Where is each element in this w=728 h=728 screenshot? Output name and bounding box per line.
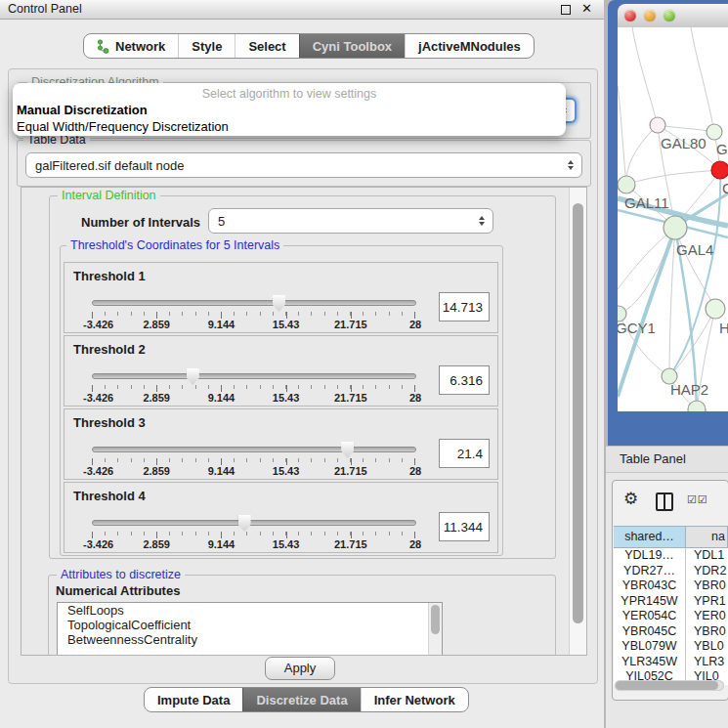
threshold-4-slider-thumb[interactable] [238,515,251,532]
node-gal11 [618,176,635,193]
threshold-1-panel: Threshold 1 -3.426 2.859 9.144 15.43 21.… [64,262,498,333]
svg-text:HAP2: HAP2 [670,381,708,398]
combo-arrows-icon [568,160,574,170]
table-row[interactable]: YBR045CYBR0 [614,624,728,640]
cyni-toolbox-panel: Discretization Algorithm Table Data galF… [8,68,598,684]
node-ga [707,124,722,140]
tab-impute-data[interactable]: Impute Data [145,688,242,711]
tab-network[interactable]: Network [84,34,178,58]
scrollbar-thumb[interactable] [573,203,583,623]
table-row[interactable]: YPR145WYPR1 [614,594,728,610]
network-window-titlebar [618,4,728,28]
threshold-4-value-field[interactable]: 11.344 [439,512,490,541]
table-row[interactable]: YDL19…YDL1 [614,548,728,564]
svg-text:H: H [719,320,728,336]
thresholds-group-title: Threshold's Coordinates for 5 Intervals [66,238,283,252]
tab-select[interactable]: Select [235,34,298,58]
table-panel: Table Panel ⚙ ☑☑ shared… na YDL19…YDL1 Y… [606,446,728,728]
thresholds-group: Threshold's Coordinates for 5 Intervals … [60,245,503,556]
split-columns-icon[interactable] [656,492,673,511]
threshold-4-label: Threshold 4 [73,489,146,503]
threshold-2-ticks: -3.426 2.859 9.144 15.43 21.715 28 [92,385,415,403]
table-row[interactable]: YER054CYER0 [614,609,728,624]
threshold-2-slider[interactable] [92,373,416,379]
svg-text:GAL80: GAL80 [661,135,707,151]
table-data-selected-value: galFiltered.sif default node [35,158,184,173]
threshold-3-ticks: -3.426 2.859 9.144 15.43 21.715 28 [92,458,415,476]
number-of-intervals-select[interactable]: 5 [208,208,493,234]
list-item[interactable]: SelfLoops [58,603,442,618]
table-row[interactable]: YBL079WYBL0 [614,639,728,655]
network-icon [97,39,109,54]
interval-definition-group: Interval Definition Number of Intervals … [49,195,556,559]
tab-discretize-data[interactable]: Discretize Data [242,688,360,711]
combo-arrows-icon [479,216,485,226]
table-row[interactable]: YBR043CYBR0 [614,578,728,594]
close-traffic-light-icon[interactable] [624,10,636,21]
number-of-intervals-value: 5 [218,214,225,229]
tab-cyni-toolbox[interactable]: Cyni Toolbox [299,34,405,58]
tab-network-label: Network [115,39,165,54]
table-horizontal-scrollbar[interactable] [615,680,724,691]
table-panel-title: Table Panel [620,451,686,466]
network-view-window: GAL80 GA C GAL11 GAL4 GCY1 H HAP2 [608,0,728,446]
threshold-3-label: Threshold 3 [73,415,146,430]
zoom-traffic-light-icon[interactable] [664,10,675,21]
table-panel-body: ⚙ ☑☑ shared… na YDL19…YDL1 YDR27…YDR2 YB… [612,480,728,701]
algorithm-dropdown-popup: Select algorithm to view settings Manual… [13,83,566,136]
threshold-2-panel: Threshold 2 -3.426 2.859 9.144 15.43 21.… [64,335,498,407]
cyni-bottom-tabbar: Impute Data Discretize Data Infer Networ… [144,687,469,712]
svg-text:GAL11: GAL11 [624,194,669,211]
list-item[interactable]: BetweennessCentrality [58,632,442,647]
apply-button[interactable]: Apply [265,657,335,680]
select-columns-icon[interactable]: ☑☑ [687,493,708,506]
float-window-icon[interactable] [561,5,571,15]
number-of-intervals-label: Number of Intervals [81,215,200,230]
scrollbar-thumb[interactable] [616,681,718,690]
column-header-name[interactable]: na [686,527,727,547]
settings-scrollpane: Interval Definition Number of Intervals … [21,187,587,656]
network-canvas[interactable]: GAL80 GA C GAL11 GAL4 GCY1 H HAP2 [618,27,728,411]
minimize-traffic-light-icon[interactable] [644,10,656,21]
settings-vertical-scrollbar[interactable] [569,188,586,655]
node-gal80 [650,117,665,133]
tab-style[interactable]: Style [178,34,235,58]
table-data-group: Table Data galFiltered.sif default node [17,140,591,187]
list-scrollbar[interactable] [428,603,442,656]
attributes-group-title: Attributes to discretize [57,568,185,581]
threshold-4-ticks: -3.426 2.859 9.144 15.43 21.715 28 [92,532,415,549]
dropdown-item-equal-width-frequency[interactable]: Equal Width/Frequency Discretization [17,119,229,134]
table-header-row: shared… na [614,526,728,548]
node-selected-red [711,161,728,179]
window-title: Control Panel [8,2,82,16]
threshold-4-slider[interactable] [92,520,416,526]
node-bottom [688,401,706,411]
column-header-shared-name[interactable]: shared… [614,527,686,547]
attributes-group: Attributes to discretize Numerical Attri… [48,575,556,656]
threshold-3-slider-thumb[interactable] [341,442,354,458]
gear-icon[interactable]: ⚙ [623,489,638,509]
threshold-3-slider[interactable] [92,447,416,452]
table-row[interactable]: YDR27…YDR2 [614,564,728,579]
threshold-1-slider-thumb[interactable] [273,295,285,312]
dropdown-placeholder-item[interactable]: Select algorithm to view settings [13,87,566,101]
threshold-2-value-field[interactable]: 6.316 [439,365,490,395]
threshold-1-slider[interactable] [92,300,416,306]
control-panel-titlebar: Control Panel ✕ [0,0,604,20]
interval-definition-title: Interval Definition [58,189,160,202]
svg-text:C: C [722,180,728,196]
close-window-icon[interactable]: ✕ [581,1,592,16]
control-panel-tabbar: Network Style Select Cyni Toolbox jActiv… [83,33,535,59]
table-data-select[interactable]: galFiltered.sif default node [25,152,582,178]
tab-jactivemnodules[interactable]: jActiveMNodules [405,34,534,58]
svg-text:GA: GA [716,141,728,157]
threshold-2-slider-thumb[interactable] [187,368,199,385]
dropdown-item-manual-discretization[interactable]: Manual Discretization [17,103,148,117]
threshold-1-label: Threshold 1 [73,269,146,283]
threshold-1-value-field[interactable]: 14.713 [439,292,490,321]
threshold-3-value-field[interactable]: 21.4 [439,439,490,468]
numerical-attributes-list: SelfLoops TopologicalCoefficient Between… [57,602,443,656]
table-row[interactable]: YLR345WYLR3 [614,655,728,670]
tab-infer-network[interactable]: Infer Network [361,688,468,711]
list-item[interactable]: TopologicalCoefficient [58,618,442,632]
